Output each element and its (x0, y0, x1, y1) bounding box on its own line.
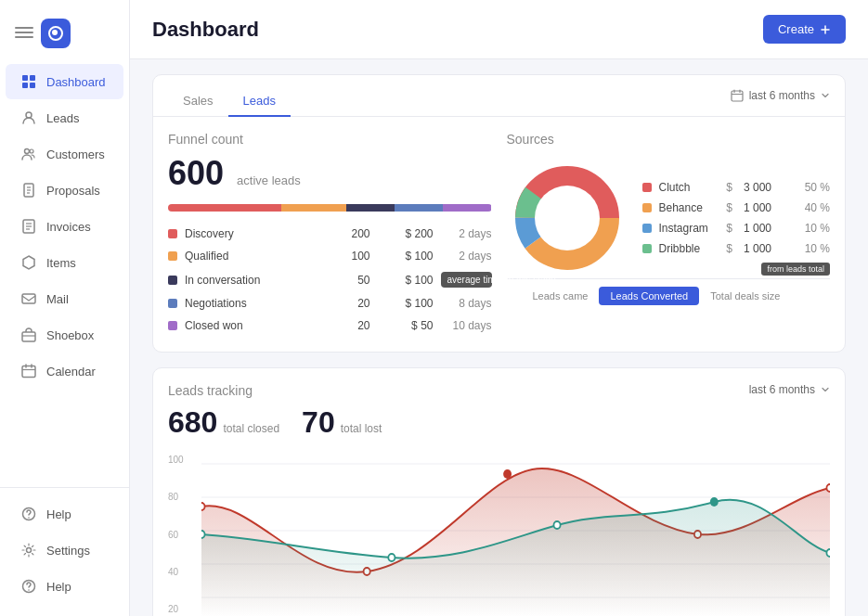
two-col-layout: Funnel count 600 active leads (168, 132, 830, 337)
tab-leads[interactable]: Leads (228, 86, 291, 117)
funnel-count-label: active leads (237, 173, 301, 187)
calendar-filter-icon (731, 89, 744, 102)
funnel-color-swatch (168, 229, 177, 238)
svg-point-35 (535, 186, 600, 250)
legend-dot (642, 203, 652, 212)
legend-amount: 3 000 (744, 181, 790, 194)
tracking-card: Leads tracking 680 total closed 70 total… (152, 367, 846, 616)
items-icon (20, 254, 37, 271)
sidebar-header (0, 11, 129, 63)
funnel-table: Discovery 200 $ 200 2 days Qualified (168, 223, 492, 337)
date-filter-label: last 6 months (749, 89, 815, 102)
sidebar-item-calendar[interactable]: Calendar (6, 353, 123, 389)
sidebar-item-proposals[interactable]: Proposals (6, 173, 123, 208)
proposals-icon (20, 182, 37, 199)
sidebar-item-label: Help (46, 507, 71, 521)
svg-rect-2 (22, 83, 28, 88)
tracking-date-filter-label: last 6 months (749, 383, 815, 396)
tab-sales[interactable]: Sales (168, 86, 228, 117)
funnel-stage-days: 8 days (441, 297, 492, 310)
sidebar-item-invoices[interactable]: Invoices (6, 209, 123, 244)
sidebar-item-mail[interactable]: Mail (6, 281, 123, 316)
pb-seg-negotiations (395, 204, 443, 212)
tracking-chart: 100 80 60 40 20 (168, 451, 830, 616)
funnel-stage-count: 100 (333, 250, 370, 263)
svg-rect-1 (30, 75, 35, 81)
sidebar-item-label: Help (46, 580, 71, 594)
pb-seg-conversation (346, 204, 395, 212)
sidebar-item-label: Leads (46, 111, 79, 125)
page-title: Dashboard (152, 18, 259, 42)
sidebar-nav: Dashboard Leads Customers (0, 63, 129, 487)
funnel-row: Qualified 100 $ 100 2 days (168, 245, 492, 267)
stat-lost: 70 total lost (302, 405, 382, 440)
date-filter[interactable]: last 6 months (731, 89, 830, 113)
legend-amount: 1 000 (744, 242, 790, 255)
chevron-down-icon (821, 91, 830, 100)
tracking-title-area: Leads tracking 680 total closed 70 total… (168, 383, 382, 440)
stat-lost-label: total lost (341, 422, 382, 435)
legend-dot (642, 224, 652, 233)
funnel-stage-amount: $ 100 (378, 274, 434, 287)
sidebar-item-label: Invoices (46, 220, 91, 234)
svg-point-45 (826, 484, 830, 492)
svg-point-41 (201, 503, 205, 510)
card-body: Funnel count 600 active leads (153, 117, 845, 352)
funnel-row: Discovery 200 $ 200 2 days (168, 223, 492, 245)
sidebar: Dashboard Leads Customers (0, 0, 130, 616)
sources-inner: Clutch $ 3 000 50 % Behance $ 1 000 (507, 158, 831, 278)
sources-legend: Clutch $ 3 000 50 % Behance $ 1 000 (642, 177, 831, 259)
sidebar-item-items[interactable]: Items (6, 245, 123, 280)
funnel-title: Funnel count (168, 132, 492, 147)
funnel-stage-amount: $ 50 (378, 319, 434, 332)
sources-tab-leads-came[interactable]: Leads came (522, 287, 600, 305)
pb-seg-closed (443, 204, 491, 212)
donut-chart (507, 158, 628, 278)
funnel-color-swatch (168, 299, 177, 308)
sidebar-item-label: Items (46, 256, 76, 270)
funnel-count: 600 (168, 154, 224, 193)
sidebar-item-leads[interactable]: Leads (6, 100, 123, 135)
funnel-stage-count: 200 (333, 227, 370, 240)
sidebar-item-help1[interactable]: Help (6, 496, 123, 532)
sidebar-item-shoebox[interactable]: Shoebox (6, 317, 123, 353)
sidebar-item-help2[interactable]: Help (6, 569, 123, 604)
sidebar-item-customers[interactable]: Customers (6, 136, 123, 172)
tracking-stats: 680 total closed 70 total lost (168, 405, 382, 440)
legend-dollar: $ (726, 181, 732, 194)
svg-point-23 (28, 517, 30, 519)
mail-icon (20, 290, 37, 307)
stat-lost-num: 70 (302, 405, 335, 440)
legend-dollar: $ (726, 222, 732, 235)
help2-icon (20, 578, 37, 595)
sources-tab-total-deals[interactable]: Total deals size (699, 287, 791, 305)
funnel-stage-amount: $ 200 (378, 227, 434, 240)
sources-tab-leads-converted[interactable]: Leads Converted (599, 287, 699, 305)
legend-name: Dribbble (659, 242, 719, 255)
legend-row: Clutch $ 3 000 50 % (642, 177, 831, 198)
sources-tooltip: from leads total (761, 263, 830, 276)
sidebar-item-dashboard[interactable]: Dashboard (6, 64, 123, 99)
sidebar-bottom: Help Settings Help (0, 487, 129, 605)
menu-toggle[interactable] (15, 27, 33, 40)
svg-point-5 (25, 149, 30, 154)
funnel-section: Funnel count 600 active leads (168, 132, 492, 337)
legend-amount: 1 000 (744, 222, 790, 235)
leads-icon (20, 109, 37, 126)
tracking-date-filter[interactable]: last 6 months (749, 383, 830, 407)
chevron-down-icon (821, 385, 830, 394)
sidebar-item-label: Mail (46, 292, 69, 306)
tabs-row: Sales Leads (168, 86, 291, 116)
tracking-card-body: Leads tracking 680 total closed 70 total… (153, 368, 845, 616)
customers-icon (20, 146, 37, 162)
stat-closed-label: total closed (223, 422, 279, 435)
legend-name: Clutch (659, 181, 719, 194)
sidebar-item-settings[interactable]: Settings (6, 533, 123, 568)
funnel-stage-amount: $ 100 (378, 297, 434, 310)
funnel-color-swatch (168, 276, 177, 285)
funnel-color-swatch (168, 251, 177, 261)
sidebar-item-label: Customers (46, 148, 105, 161)
create-button[interactable]: Create (763, 15, 846, 44)
legend-pct: 10 % (797, 222, 830, 235)
funnel-stage-days: 10 days (441, 319, 492, 332)
